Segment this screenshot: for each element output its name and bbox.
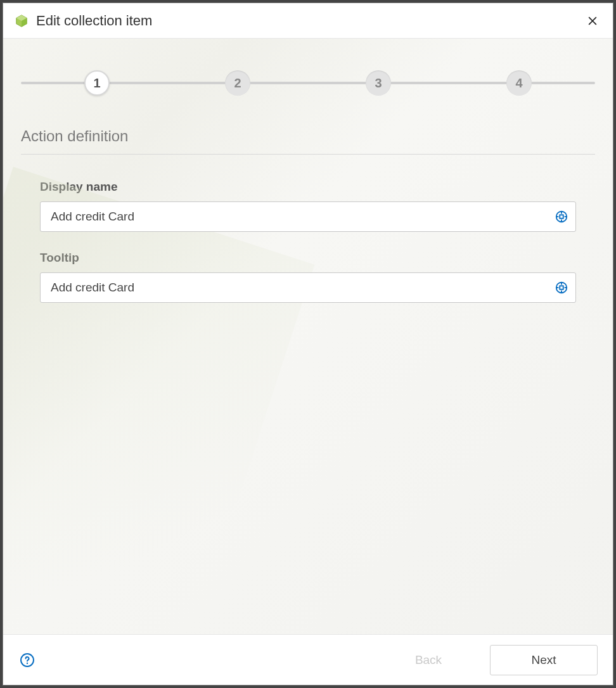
display-name-input[interactable] xyxy=(41,202,548,231)
svg-rect-8 xyxy=(560,215,563,219)
svg-rect-14 xyxy=(560,286,563,290)
tooltip-input[interactable] xyxy=(41,273,548,302)
form: Display name xyxy=(21,180,595,303)
edit-collection-item-dialog: Edit collection item 1 2 3 4 Action defi… xyxy=(3,3,613,685)
app-logo-icon xyxy=(15,14,29,28)
dialog-footer: Back Next xyxy=(3,634,613,685)
wizard-stepper: 1 2 3 4 xyxy=(21,64,595,102)
step-1[interactable]: 1 xyxy=(84,70,110,96)
close-button[interactable] xyxy=(584,12,601,30)
dialog-body: 1 2 3 4 Action definition Display name xyxy=(3,39,613,634)
section-title: Action definition xyxy=(21,127,595,155)
localize-icon[interactable] xyxy=(548,281,575,295)
localize-icon[interactable] xyxy=(548,210,575,224)
titlebar: Edit collection item xyxy=(3,3,613,39)
step-4[interactable]: 4 xyxy=(506,70,532,96)
step-2[interactable]: 2 xyxy=(225,70,250,96)
field-tooltip: Tooltip xyxy=(40,251,576,303)
display-name-input-wrap xyxy=(40,201,576,232)
field-display-name: Display name xyxy=(40,180,576,232)
next-button[interactable]: Next xyxy=(490,645,598,675)
help-icon[interactable] xyxy=(18,651,36,669)
tooltip-input-wrap xyxy=(40,272,576,303)
dialog-title: Edit collection item xyxy=(36,13,584,29)
tooltip-label: Tooltip xyxy=(40,251,576,265)
back-button: Back xyxy=(375,645,482,675)
step-3[interactable]: 3 xyxy=(366,70,391,96)
display-name-label: Display name xyxy=(40,180,576,194)
svg-point-16 xyxy=(27,662,28,663)
